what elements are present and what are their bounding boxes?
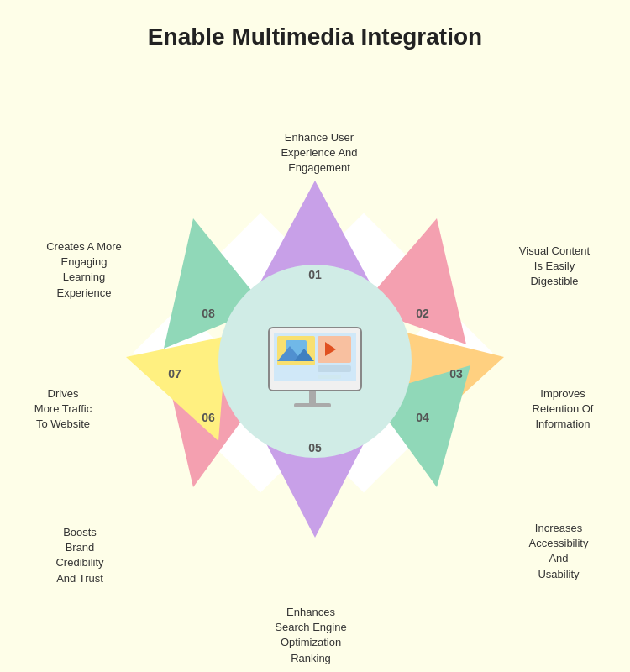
number-07: 07 xyxy=(168,367,181,381)
svg-rect-25 xyxy=(309,391,316,404)
label-05: Enhances Search Engine Optimization Rank… xyxy=(235,605,386,666)
label-03: Improves Retention Of Information xyxy=(504,386,622,433)
svg-rect-26 xyxy=(294,403,331,407)
label-06: Boosts Brand Credibility And Trust xyxy=(17,525,143,586)
label-02: Visual Content Is Easily Digestible xyxy=(496,244,613,290)
label-04: Increases Accessibility And Usability xyxy=(500,521,617,582)
label-01: Enhance User Experience And Engagement xyxy=(252,130,386,176)
number-06: 06 xyxy=(202,411,215,424)
number-08: 08 xyxy=(202,307,215,320)
svg-rect-23 xyxy=(318,365,351,372)
number-01: 01 xyxy=(308,268,322,281)
label-08: Creates A More Engaging Learning Experie… xyxy=(17,239,151,301)
number-05: 05 xyxy=(308,441,322,454)
diagram: 01 02 03 04 05 06 07 08 Enhance User Exp… xyxy=(0,59,630,664)
label-07: Drives More Traffic To Website xyxy=(4,386,122,433)
svg-rect-24 xyxy=(318,375,341,379)
number-02: 02 xyxy=(416,307,429,320)
page-title: Enable Multimedia Integration xyxy=(0,0,630,59)
number-04: 04 xyxy=(416,411,429,424)
number-03: 03 xyxy=(449,367,463,381)
